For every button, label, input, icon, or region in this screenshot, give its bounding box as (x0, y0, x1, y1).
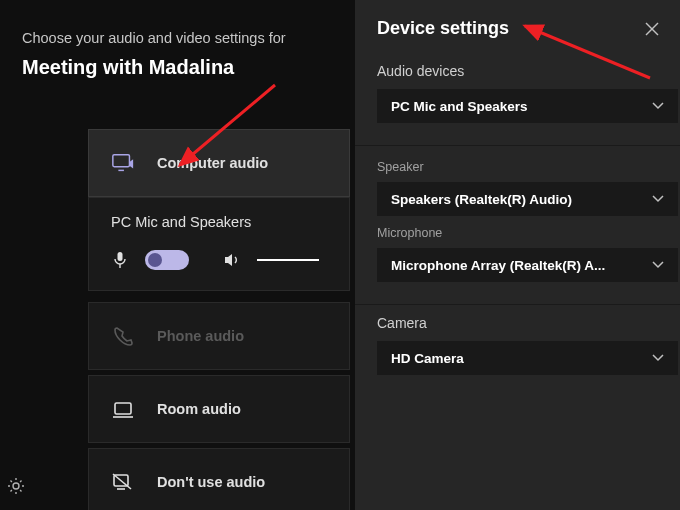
mic-toggle[interactable] (145, 250, 189, 270)
option-room-audio[interactable]: Room audio (88, 375, 350, 443)
option-label: Room audio (157, 401, 241, 417)
speaker-icon (223, 251, 241, 269)
option-label: Don't use audio (157, 474, 265, 490)
dropdown-value: HD Camera (391, 351, 464, 366)
speaker-dropdown[interactable]: Speakers (Realtek(R) Audio) (377, 182, 678, 216)
dropdown-value: Microphone Array (Realtek(R) A... (391, 258, 605, 273)
settings-gear-icon[interactable] (6, 476, 28, 498)
room-audio-icon (111, 397, 135, 421)
option-label: Phone audio (157, 328, 244, 344)
audio-device-dropdown[interactable]: PC Mic and Speakers (377, 89, 678, 123)
device-settings-panel: Device settings Audio devices PC Mic and… (355, 0, 680, 510)
audio-expansion: PC Mic and Speakers (88, 197, 350, 291)
option-computer-audio[interactable]: Computer audio (88, 129, 350, 197)
camera-label: Camera (377, 315, 678, 331)
close-icon[interactable] (642, 19, 662, 39)
speaker-label: Speaker (377, 160, 678, 174)
svg-rect-0 (113, 155, 130, 167)
option-dont-use-audio[interactable]: Don't use audio (88, 448, 350, 510)
chevron-down-icon (652, 195, 664, 203)
volume-slider[interactable] (257, 259, 319, 261)
audio-devices-label: Audio devices (377, 63, 678, 79)
camera-dropdown[interactable]: HD Camera (377, 341, 678, 375)
microphone-icon (111, 251, 129, 269)
dropdown-value: PC Mic and Speakers (391, 99, 528, 114)
option-label: Computer audio (157, 155, 268, 171)
chevron-down-icon (652, 354, 664, 362)
panel-title: Device settings (377, 18, 509, 39)
svg-point-9 (13, 483, 19, 489)
svg-rect-4 (115, 403, 131, 414)
phone-audio-icon (111, 324, 135, 348)
selected-device-label: PC Mic and Speakers (111, 214, 327, 230)
no-audio-icon (111, 470, 135, 494)
microphone-label: Microphone (377, 226, 678, 240)
svg-rect-2 (118, 252, 123, 261)
dropdown-value: Speakers (Realtek(R) Audio) (391, 192, 572, 207)
computer-audio-icon (111, 151, 135, 175)
microphone-dropdown[interactable]: Microphone Array (Realtek(R) A... (377, 248, 678, 282)
option-phone-audio[interactable]: Phone audio (88, 302, 350, 370)
chevron-down-icon (652, 102, 664, 110)
chevron-down-icon (652, 261, 664, 269)
